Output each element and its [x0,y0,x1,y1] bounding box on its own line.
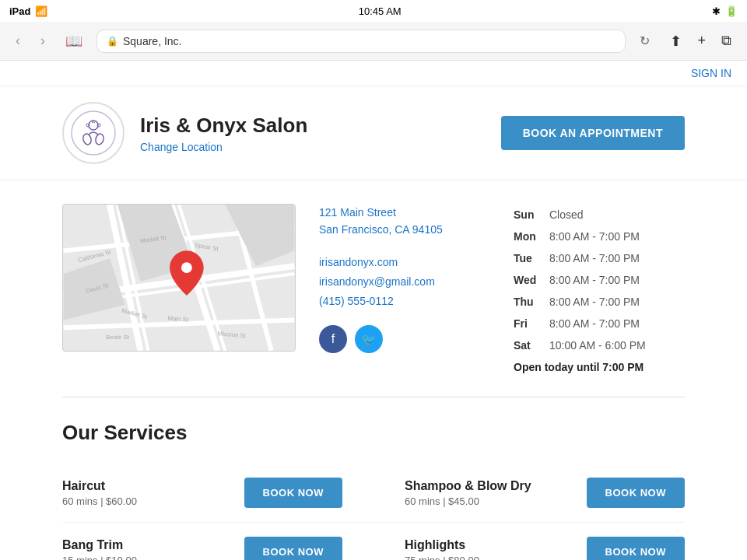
service-name: Highlights [405,538,587,552]
hours-row: SunClosed [514,204,685,226]
hours-table: SunClosedMon8:00 AM - 7:00 PMTue8:00 AM … [514,204,685,356]
website-link[interactable]: irisandonyx.com [319,253,490,272]
salon-name: Iris & Onyx Salon [140,114,501,138]
add-tab-button[interactable]: + [691,30,712,53]
service-details: 60 mins | $45.00 [405,495,587,507]
address-line2[interactable]: San Francisco, CA 94105 [319,221,490,238]
service-item: Highlights 75 mins | $80.00 BOOK NOW [374,523,685,560]
facebook-button[interactable]: f [319,325,347,353]
map-container[interactable]: California St Market St Spear St Davis S… [62,204,296,352]
book-now-button[interactable]: BOOK NOW [244,537,342,560]
svg-point-28 [181,262,192,273]
service-details: 60 mins | $60.00 [62,495,244,507]
lock-icon: 🔒 [107,36,118,47]
day-label: Mon [514,226,542,247]
bookmark-button[interactable]: 📖 [59,30,89,53]
hours-row: Wed8:00 AM - 7:00 PM [514,269,685,291]
hours-value: 8:00 AM - 7:00 PM [549,247,640,269]
reload-button[interactable]: ↻ [633,30,656,51]
svg-point-2 [82,133,92,145]
battery-icon: 🔋 [725,5,738,17]
service-details: 15 mins | $10.00 [62,555,244,561]
day-label: Fri [514,313,542,334]
svg-point-0 [72,111,115,155]
services-section: Our Services Haircut 60 mins | $60.00 BO… [0,397,747,560]
header-info: Iris & Onyx Salon Change Location [140,114,501,153]
twitter-icon: 🐦 [361,332,377,347]
salon-logo-svg [70,110,117,156]
hours-value: 8:00 AM - 7:00 PM [549,269,640,291]
service-info: Shampoo & Blow Dry 60 mins | $45.00 [405,479,587,507]
tabs-button[interactable]: ⧉ [715,30,738,53]
hours-row: Sat10:00 AM - 6:00 PM [514,334,685,356]
back-button[interactable]: ‹ [9,30,26,52]
hours-value: 8:00 AM - 7:00 PM [549,226,640,247]
social-block: f 🐦 [319,325,490,353]
address-line1[interactable]: 121 Main Street [319,204,490,221]
salon-logo [62,102,124,164]
svg-text:Beale St: Beale St [106,334,130,341]
time-display: 10:45 AM [359,5,402,17]
hours-value: 8:00 AM - 7:00 PM [549,291,640,313]
book-appointment-button[interactable]: BOOK AN APPOINTMENT [501,116,685,150]
device-label: iPad [9,5,30,17]
day-label: Thu [514,291,542,313]
sign-in-link[interactable]: SIGN IN [691,67,731,79]
book-now-button[interactable]: BOOK NOW [587,537,685,560]
url-text: Square, Inc. [123,35,182,47]
status-bar: iPad 📶 10:45 AM ✱ 🔋 [0,0,747,22]
book-now-button[interactable]: BOOK NOW [244,478,342,508]
phone-link[interactable]: (415) 555-0112 [319,292,490,311]
day-label: Sat [514,334,542,356]
top-nav: SIGN IN [0,61,747,86]
service-item: Bang Trim 15 mins | $10.00 BOOK NOW [62,523,374,560]
facebook-icon: f [331,332,335,346]
change-location-link[interactable]: Change Location [140,141,501,153]
svg-point-3 [94,133,104,145]
address-block: 121 Main Street San Francisco, CA 94105 [319,204,490,239]
forward-button[interactable]: › [34,30,51,52]
book-now-button[interactable]: BOOK NOW [587,478,685,508]
hours-value: Closed [549,204,584,226]
contact-block: irisandonyx.com irisandonyx@gmail.com (4… [319,253,490,312]
hours-row: Mon8:00 AM - 7:00 PM [514,226,685,247]
bluetooth-icon: ✱ [712,5,721,17]
open-status: Open today until 7:00 PM [514,361,685,373]
day-label: Wed [514,269,542,291]
wifi-icon: 📶 [35,5,47,17]
service-item: Haircut 60 mins | $60.00 BOOK NOW [62,464,374,523]
email-link[interactable]: irisandonyx@gmail.com [319,272,490,292]
browser-actions: ⬆ + ⧉ [664,30,738,53]
browser-bar: ‹ › 📖 🔒 Square, Inc. ↻ ⬆ + ⧉ [0,22,747,61]
hours-row: Tue8:00 AM - 7:00 PM [514,247,685,269]
day-label: Sun [514,204,542,226]
main-content: California St Market St Spear St Davis S… [0,180,747,397]
hours-value: 10:00 AM - 6:00 PM [549,334,646,356]
services-grid: Haircut 60 mins | $60.00 BOOK NOW Shampo… [62,464,685,560]
service-name: Shampoo & Blow Dry [405,479,587,493]
service-info: Highlights 75 mins | $80.00 [405,538,587,561]
hours-section: SunClosedMon8:00 AM - 7:00 PMTue8:00 AM … [514,204,685,373]
hours-value: 8:00 AM - 7:00 PM [549,313,640,334]
url-bar[interactable]: 🔒 Square, Inc. [96,30,626,53]
service-name: Bang Trim [62,538,244,552]
services-title: Our Services [62,421,685,445]
twitter-button[interactable]: 🐦 [355,325,383,353]
hours-row: Fri8:00 AM - 7:00 PM [514,313,685,334]
map-svg: California St Market St Spear St Davis S… [63,205,295,351]
hours-row: Thu8:00 AM - 7:00 PM [514,291,685,313]
service-info: Bang Trim 15 mins | $10.00 [62,538,244,561]
service-info: Haircut 60 mins | $60.00 [62,479,244,507]
service-details: 75 mins | $80.00 [405,555,587,561]
header: Iris & Onyx Salon Change Location BOOK A… [0,86,747,180]
day-label: Tue [514,247,542,269]
info-section: 121 Main Street San Francisco, CA 94105 … [319,204,490,373]
service-item: Shampoo & Blow Dry 60 mins | $45.00 BOOK… [374,464,685,523]
service-name: Haircut [62,479,244,493]
share-button[interactable]: ⬆ [664,30,688,53]
